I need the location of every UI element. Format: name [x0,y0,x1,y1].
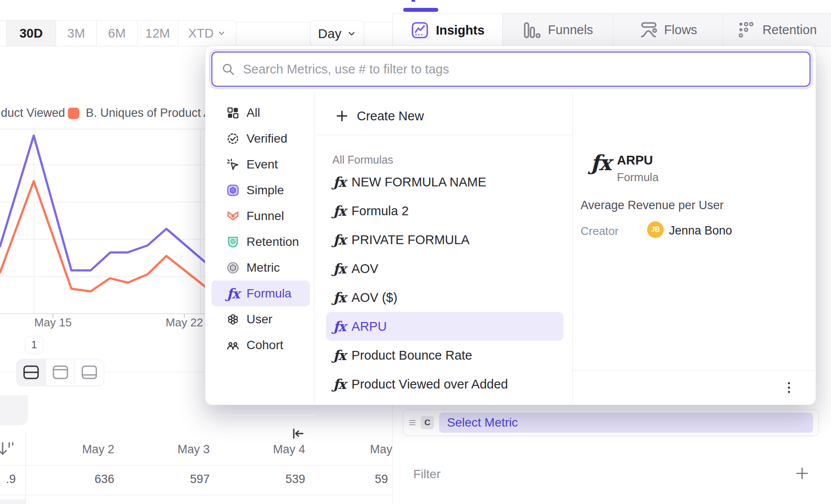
category-sidebar: All Verified Event [205,92,315,406]
sort-descending-icon[interactable] [0,440,14,458]
time-range-12m-label: 12M [145,26,170,41]
time-range-hidden-segment[interactable] [0,21,6,46]
formula-item-label: Product Viewed over Added [352,377,508,392]
table-value-partial: .9 [0,472,16,486]
category-cohort-label: Cohort [246,338,283,352]
legend-swatch-b [68,108,79,119]
x-axis-tick-may15: May 15 [27,316,79,329]
table-value-may5-partial: 59 [375,472,392,486]
formula-item-label: Formula 2 [352,204,409,218]
category-event[interactable]: Event [211,151,310,177]
create-new-label: Create New [357,109,424,123]
search-icon [221,62,235,76]
retention-cup-icon [225,235,240,248]
select-metric-field[interactable]: Select Metric [439,413,813,433]
layout-table-view-button[interactable] [74,359,104,385]
formula-item-label: PRIVATE FORMULA [352,233,470,247]
category-formula[interactable]: ƒx Formula [211,280,310,306]
creator-avatar: JB [647,221,664,238]
time-range-3m-label: 3M [67,26,85,41]
table-corner-block [0,395,28,425]
time-range-6m[interactable]: 6M [96,21,137,46]
category-verified[interactable]: Verified [211,126,310,151]
app-window: 30D 3M 6M 12M XTD Day duct Viewed B. Uni… [0,0,831,504]
category-event-label: Event [246,158,278,172]
table-value-may4: 539 [210,472,305,486]
formula-item-aov-dollar[interactable]: ƒx AOV ($) [326,283,563,312]
granularity-dropdown[interactable]: Day [310,20,364,47]
formula-item-arpu[interactable]: ƒx ARPU [326,312,563,341]
fx-icon: ƒx [333,203,345,219]
detail-footer [573,370,817,406]
tab-funnels[interactable]: Funnels [502,14,613,47]
layout-split-view-button[interactable] [17,359,46,385]
category-all[interactable]: All [211,100,310,126]
formula-item-private-formula[interactable]: ƒx PRIVATE FORMULA [326,225,563,254]
category-user[interactable]: User [211,306,310,332]
user-cluster-icon [225,313,240,326]
insights-icon [410,21,430,40]
simple-icon [225,184,240,197]
category-simple[interactable]: Simple [211,177,310,203]
metric-search-bar [211,52,810,87]
formula-item-new-formula-name[interactable]: ƒx NEW FORMULA NAME [326,168,563,196]
fx-icon: ƒx [333,290,345,305]
category-cohort[interactable]: Cohort [211,332,310,358]
collapse-sidebar-icon[interactable] [291,427,305,441]
formula-item-product-bounce-rate[interactable]: ƒx Product Bounce Rate [326,341,563,370]
add-filter-button[interactable] [794,466,810,481]
time-range-30d[interactable]: 30D [6,21,56,46]
detail-description: Average Revenue per User [581,199,724,212]
table-next-row-sliver [0,499,25,504]
drag-handle-icon[interactable] [408,418,416,427]
trend-chart-svg[interactable] [0,126,219,332]
time-range-xtd[interactable]: XTD [178,21,236,46]
tab-flows[interactable]: Flows [613,14,722,47]
fx-large-icon: ƒx [591,150,610,175]
funnel-icon [225,210,240,223]
detail-creator-label: Creator [581,224,619,238]
kebab-menu-icon[interactable] [782,380,796,395]
metric-row-card: C Select Metric [403,410,819,436]
metric-hexagon-icon [225,261,240,274]
legend-item-a[interactable]: duct Viewed [1,106,65,120]
chart-view-icon [52,365,69,380]
category-metric[interactable]: Metric [211,255,310,280]
category-all-label: All [246,106,260,120]
event-spark-icon [225,158,240,171]
formula-list-column: Create New All Formulas ƒx NEW FORMULA N… [315,92,573,406]
category-retention-label: Retention [246,235,299,249]
layout-chart-view-button[interactable] [46,359,75,385]
table-header-may3[interactable]: May 3 [114,443,210,456]
cohort-people-icon [225,339,240,352]
fx-icon: ƒx [333,261,345,276]
formula-item-formula-2[interactable]: ƒx Formula 2 [326,196,563,225]
detail-title: ARPU [617,153,653,168]
formula-detail-panel: ƒx ARPU Formula Average Revenue per User… [573,92,817,406]
table-value-may2: 636 [19,472,114,486]
tab-retention[interactable]: Retention [722,14,831,47]
funnels-icon [522,21,542,40]
chevron-down-icon [217,29,226,38]
select-metric-label: Select Metric [447,416,518,430]
tab-insights[interactable]: Insights [392,14,502,47]
list-divider [315,135,572,135]
time-range-3m[interactable]: 3M [56,21,96,46]
metric-search-input[interactable] [242,62,801,77]
legend-item-b[interactable]: B. Uniques of Product Add [86,106,225,120]
tab-funnels-label: Funnels [548,23,593,37]
retention-icon [737,21,756,40]
category-funnel[interactable]: Funnel [211,203,310,229]
table-view-icon [81,365,98,380]
time-range-12m[interactable]: 12M [137,21,178,46]
table-header-may2[interactable]: May 2 [19,443,114,456]
category-retention[interactable]: Retention [211,229,310,255]
formula-item-product-viewed-over-added[interactable]: ƒx Product Viewed over Added [326,370,563,399]
formula-item-label: AOV [352,262,378,276]
time-range-6m-label: 6M [108,26,126,41]
formula-item-aov[interactable]: ƒx AOV [326,254,563,283]
metric-picker-panel: All Verified Event [205,46,816,405]
table-header-may5-partial[interactable]: May [370,443,392,456]
pagination-page-1[interactable]: 1 [25,336,43,354]
create-new-button[interactable]: Create New [315,104,572,128]
